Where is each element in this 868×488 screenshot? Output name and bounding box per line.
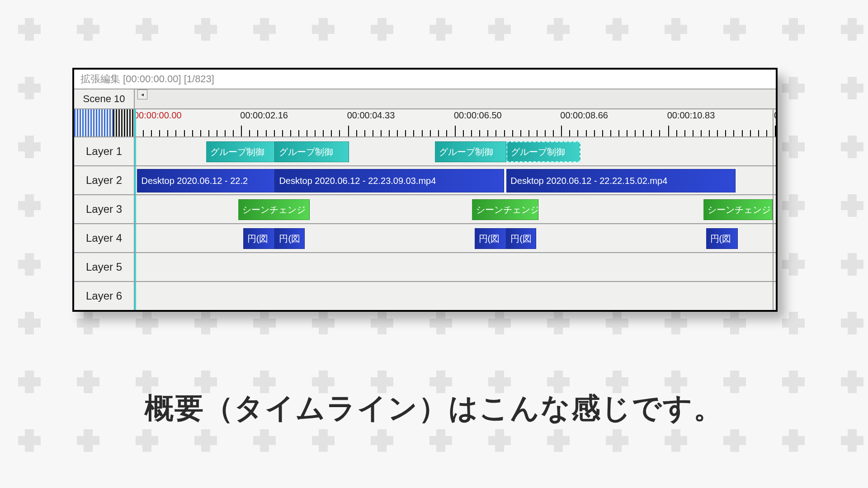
group-clip[interactable]: グループ制御: [206, 141, 275, 162]
playhead[interactable]: [135, 253, 136, 281]
layer-track[interactable]: シーンチェンジシーンチェンジシーンチェンジ: [135, 194, 776, 223]
window-title-text: 拡張編集 [00:00:00.00] [1/823]: [80, 72, 214, 86]
scenechange-clip[interactable]: シーンチェンジ: [703, 199, 772, 220]
ruler-label: 00:00:08.66: [560, 110, 608, 121]
group-clip[interactable]: グループ制御: [275, 141, 349, 162]
ruler-label: 00:00:06.50: [454, 110, 502, 121]
ruler-label: 00:00:13.00: [774, 110, 776, 121]
scenechange-clip[interactable]: シーンチェンジ: [238, 199, 310, 220]
layer-header[interactable]: Layer 1: [74, 136, 135, 165]
shape-clip[interactable]: 円(図: [275, 228, 304, 249]
clip-label: 円(図: [510, 233, 532, 245]
timeline-window: 拡張編集 [00:00:00.00] [1/823] Scene 10 ◂ 00…: [72, 68, 778, 312]
group-dashed-clip[interactable]: グループ制御: [506, 141, 580, 162]
clip-label: グループ制御: [439, 146, 493, 158]
scenechange-clip[interactable]: シーンチェンジ: [472, 199, 538, 220]
scene-label: Scene 10: [83, 93, 125, 105]
layer-header[interactable]: Layer 6: [74, 281, 135, 310]
layer-track[interactable]: Desktop 2020.06.12 - 22.2Desktop 2020.06…: [135, 165, 776, 194]
ruler-label: 00:00:04.33: [347, 110, 395, 121]
playhead[interactable]: [135, 195, 136, 223]
scene-selector[interactable]: Scene 10: [74, 89, 135, 108]
ruler-label: 00:00:00.00: [135, 110, 182, 121]
end-marker: [773, 137, 774, 165]
clip-label: Desktop 2020.06.12 - 22.2: [141, 176, 248, 186]
end-marker: [773, 253, 774, 281]
zoom-slider[interactable]: [74, 108, 135, 136]
window-title: 拡張編集 [00:00:00.00] [1/823]: [74, 70, 776, 89]
clip-label: 円(図: [279, 233, 300, 245]
layer-header[interactable]: Layer 2: [74, 165, 135, 194]
group-clip[interactable]: グループ制御: [435, 141, 506, 162]
layer-header[interactable]: Layer 4: [74, 223, 135, 252]
layer-track[interactable]: [135, 281, 776, 310]
timeline-grid: Scene 10 ◂ 00:00:00.0000:00:02.1600:00:0…: [74, 89, 776, 310]
shape-clip[interactable]: 円(図: [706, 228, 738, 249]
ruler-labels: 00:00:00.0000:00:02.1600:00:04.3300:00:0…: [135, 109, 776, 123]
slide-caption-text: 概要（タイムライン）はこんな感じです。: [145, 392, 723, 424]
slide-caption: 概要（タイムライン）はこんな感じです。: [0, 389, 868, 428]
ruler-ticks: [135, 123, 776, 136]
end-marker: [773, 282, 774, 310]
layer-header[interactable]: Layer 3: [74, 194, 135, 223]
clip-label: グループ制御: [279, 146, 333, 158]
playhead[interactable]: [135, 137, 136, 165]
slide: 拡張編集 [00:00:00.00] [1/823] Scene 10 ◂ 00…: [0, 0, 868, 488]
shape-clip[interactable]: 円(図: [506, 228, 536, 249]
clip-label: 円(図: [710, 233, 731, 245]
layer-track[interactable]: [135, 252, 776, 281]
clip-label: Desktop 2020.06.12 - 22.23.09.03.mp4: [279, 176, 436, 186]
end-marker: [773, 224, 774, 252]
playhead[interactable]: [135, 166, 136, 194]
playhead[interactable]: [135, 224, 136, 252]
clip-label: 円(図: [247, 233, 269, 245]
layer-track[interactable]: 円(図円(図円(図円(図円(図: [135, 223, 776, 252]
end-marker: [773, 195, 774, 223]
layer-track[interactable]: グループ制御グループ制御グループ制御グループ制御: [135, 136, 776, 165]
clip-label: Desktop 2020.06.12 - 22.22.15.02.mp4: [510, 176, 667, 186]
video-clip[interactable]: Desktop 2020.06.12 - 22.22.15.02.mp4: [506, 169, 735, 192]
clip-label: シーンチェンジ: [476, 204, 538, 216]
timeline-scrollbar[interactable]: ◂: [135, 89, 776, 108]
time-ruler[interactable]: 00:00:00.0000:00:02.1600:00:04.3300:00:0…: [135, 108, 776, 136]
shape-clip[interactable]: 円(図: [243, 228, 275, 249]
clip-label: 円(図: [479, 233, 500, 245]
end-marker: [773, 166, 774, 194]
video-clip[interactable]: Desktop 2020.06.12 - 22.23.09.03.mp4: [275, 169, 504, 192]
layer-header[interactable]: Layer 5: [74, 252, 135, 281]
playhead[interactable]: [135, 282, 136, 310]
clip-label: グループ制御: [511, 146, 565, 158]
ruler-label: 00:00:02.16: [240, 110, 288, 121]
clip-label: グループ制御: [210, 146, 264, 158]
shape-clip[interactable]: 円(図: [475, 228, 507, 249]
clip-label: シーンチェンジ: [242, 204, 306, 216]
scroll-left-button[interactable]: ◂: [137, 89, 147, 99]
ruler-label: 00:00:10.83: [667, 110, 715, 121]
video-clip[interactable]: Desktop 2020.06.12 - 22.2: [137, 169, 275, 192]
clip-label: シーンチェンジ: [708, 204, 771, 216]
